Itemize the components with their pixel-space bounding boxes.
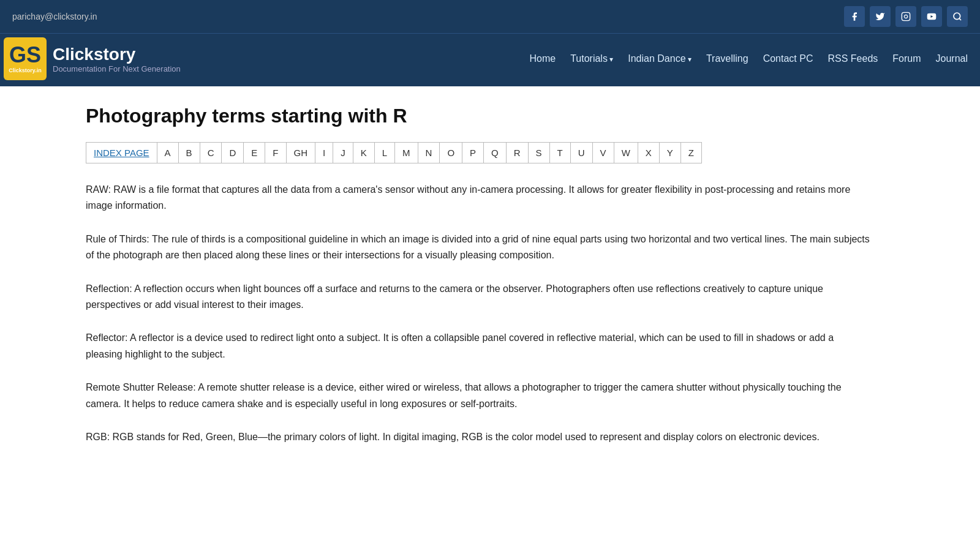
alpha-nav-w[interactable]: W xyxy=(614,143,638,163)
svg-point-3 xyxy=(954,13,960,20)
term-text-rgb: RGB: RGB stands for Red, Green, Blue—the… xyxy=(86,429,870,445)
term-raw: RAW: RAW is a file format that captures … xyxy=(86,182,894,214)
logo-image[interactable]: GS Clickstory.in xyxy=(4,37,47,80)
email-address: parichay@clickstory.in xyxy=(12,12,97,21)
nav-contact-pc[interactable]: Contact PC xyxy=(763,53,813,64)
site-title[interactable]: Clickstory xyxy=(53,45,181,64)
term-rule-of-thirds: Rule of Thirds: The rule of thirds is a … xyxy=(86,231,894,264)
alpha-nav-c[interactable]: C xyxy=(200,143,222,163)
alpha-nav-q[interactable]: Q xyxy=(484,143,507,163)
alpha-nav-y[interactable]: Y xyxy=(660,143,681,163)
alpha-nav-f[interactable]: F xyxy=(265,143,286,163)
alpha-nav-z[interactable]: Z xyxy=(681,143,701,163)
alpha-nav-n[interactable]: N xyxy=(418,143,440,163)
logo-text: Clickstory Documentation For Next Genera… xyxy=(53,45,181,73)
nav-indian-dance[interactable]: Indian Dance xyxy=(628,53,692,64)
term-remote-shutter-release: Remote Shutter Release: A remote shutter… xyxy=(86,380,894,412)
alpha-nav-i[interactable]: I xyxy=(315,143,333,163)
main-navigation: Home Tutorials Indian Dance Travelling C… xyxy=(529,53,968,64)
alpha-nav-v[interactable]: V xyxy=(593,143,614,163)
main-content: Photography terms starting with R INDEX … xyxy=(61,86,919,481)
svg-rect-0 xyxy=(902,12,910,20)
alpha-nav-b[interactable]: B xyxy=(179,143,200,163)
alpha-nav-s[interactable]: S xyxy=(529,143,550,163)
alpha-nav-a[interactable]: A xyxy=(157,143,179,163)
facebook-icon[interactable] xyxy=(844,6,865,27)
index-page-link[interactable]: INDEX PAGE xyxy=(86,143,157,163)
terms-list: RAW: RAW is a file format that captures … xyxy=(86,182,894,445)
alpha-nav-o[interactable]: O xyxy=(440,143,462,163)
alpha-nav-t[interactable]: T xyxy=(550,143,571,163)
nav-rss-feeds[interactable]: RSS Feeds xyxy=(827,53,878,64)
svg-line-4 xyxy=(959,18,961,20)
alpha-nav-gh[interactable]: GH xyxy=(287,143,316,163)
alpha-nav-x[interactable]: X xyxy=(638,143,660,163)
term-rgb: RGB: RGB stands for Red, Green, Blue—the… xyxy=(86,429,894,445)
term-reflection: Reflection: A reflection occurs when lig… xyxy=(86,281,894,313)
top-bar: parichay@clickstory.in xyxy=(0,0,980,33)
alpha-nav-d[interactable]: D xyxy=(222,143,244,163)
youtube-icon[interactable] xyxy=(921,6,942,27)
term-text-remote-shutter-release: Remote Shutter Release: A remote shutter… xyxy=(86,380,870,412)
twitter-icon[interactable] xyxy=(870,6,891,27)
alphabet-index-nav: INDEX PAGEABCDEFGHIJKLMNOPQRSTUVWXYZ xyxy=(86,142,702,163)
alpha-nav-k[interactable]: K xyxy=(353,143,375,163)
nav-home[interactable]: Home xyxy=(529,53,556,64)
nav-travelling[interactable]: Travelling xyxy=(706,53,748,64)
alpha-nav-r[interactable]: R xyxy=(507,143,529,163)
site-subtitle: Documentation For Next Generation xyxy=(53,64,181,73)
logo-area: GS Clickstory.in Clickstory Documentatio… xyxy=(4,37,181,80)
nav-forum[interactable]: Forum xyxy=(892,53,921,64)
alpha-nav-p[interactable]: P xyxy=(462,143,484,163)
term-reflector: Reflector: A reflector is a device used … xyxy=(86,330,894,362)
alpha-nav-j[interactable]: J xyxy=(333,143,353,163)
term-text-rule-of-thirds: Rule of Thirds: The rule of thirds is a … xyxy=(86,231,870,264)
instagram-icon[interactable] xyxy=(895,6,916,27)
term-text-reflection: Reflection: A reflection occurs when lig… xyxy=(86,281,870,313)
logo-letter: GS xyxy=(9,44,41,66)
search-icon[interactable] xyxy=(947,6,968,27)
term-text-raw: RAW: RAW is a file format that captures … xyxy=(86,182,870,214)
social-icons-bar xyxy=(844,6,968,27)
alpha-nav-e[interactable]: E xyxy=(244,143,265,163)
logo-small-text: Clickstory.in xyxy=(9,67,41,73)
alpha-nav-m[interactable]: M xyxy=(395,143,418,163)
alpha-nav-u[interactable]: U xyxy=(571,143,593,163)
alpha-nav-l[interactable]: L xyxy=(375,143,395,163)
nav-tutorials[interactable]: Tutorials xyxy=(570,53,613,64)
site-header: GS Clickstory.in Clickstory Documentatio… xyxy=(0,33,980,86)
nav-journal[interactable]: Journal xyxy=(936,53,968,64)
page-title: Photography terms starting with R xyxy=(86,105,894,127)
term-text-reflector: Reflector: A reflector is a device used … xyxy=(86,330,870,362)
